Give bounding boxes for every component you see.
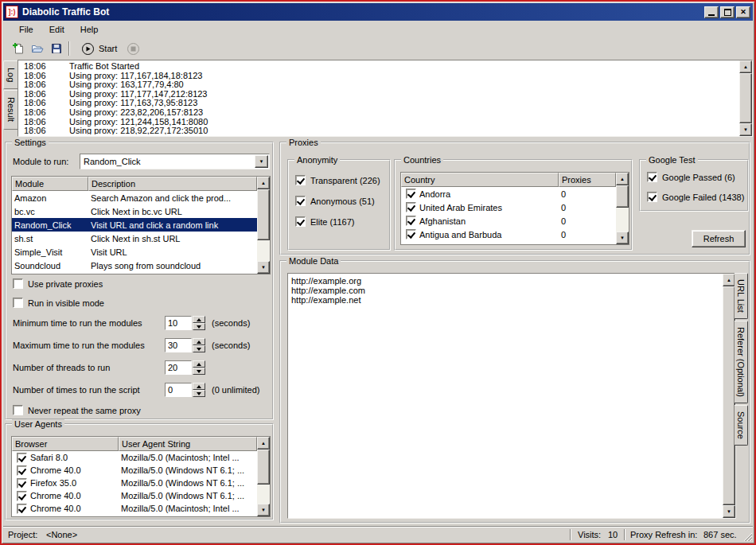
title-bar[interactable]: ]:) Diabolic Traffic Bot ✕ [3,3,753,21]
menu-item[interactable]: Help [72,22,107,37]
spinner-up-button[interactable] [193,383,205,390]
country-row[interactable]: Antigua and Barbuda 0 [401,228,616,241]
column-header-country[interactable]: Country [401,173,559,187]
anonymity-items: Transparent (226) Anonymous (51) Elite (… [295,175,380,237]
spinner-down-button[interactable] [193,323,205,330]
module-row[interactable]: Simple_Visit Visit URL [12,245,257,259]
maximize-button[interactable] [720,6,735,18]
scroll-thumb[interactable] [257,450,270,485]
refresh-button[interactable]: Refresh [692,230,746,247]
spinner-input[interactable]: 10 [165,316,192,330]
column-header-browser[interactable]: Browser [12,437,119,451]
new-button[interactable] [9,39,28,58]
module-data-tab[interactable]: URL List [735,273,748,319]
project-label: Project: [8,530,37,539]
module-data-scrollbar[interactable]: ▲ ▼ [723,274,735,518]
checkbox-icon[interactable] [406,216,416,226]
checkbox-icon[interactable] [17,491,27,501]
spinner-down-button[interactable] [193,345,205,352]
checkbox-icon[interactable] [406,202,416,212]
log-scrollbar[interactable]: ▲ ▼ [739,60,752,136]
spinner-down-button[interactable] [193,368,205,375]
log-tab-label: Result [6,97,16,122]
resize-grip[interactable] [742,531,752,541]
run-in-visible-mode-checkbox[interactable]: Run in visible mode [13,298,104,308]
column-header-ua-string[interactable]: User Agent String [119,437,257,451]
menu-item[interactable]: File [11,22,41,37]
scroll-up-button[interactable]: ▲ [257,177,270,189]
module-select[interactable]: Random_Click ▼ [80,154,270,169]
checkbox-icon[interactable] [17,453,27,463]
scroll-down-button[interactable]: ▼ [257,504,270,516]
log-output[interactable]: 18:06 Traffic Bot Started 18:06 Using pr… [18,60,753,137]
spinner-up-button[interactable] [193,360,205,368]
user-agent-row[interactable]: Chrome 40.0 Mozilla/5.0 (Windows NT 6.1;… [12,464,257,477]
combo-dropdown-button[interactable]: ▼ [255,155,268,168]
spinner-input[interactable]: 30 [165,338,192,352]
stop-button[interactable] [123,39,142,58]
scroll-thumb[interactable] [616,185,629,208]
module-row[interactable]: Soundcloud Plays song from soundcloud [12,259,257,272]
module-data-textarea[interactable]: http://example.orghttp://example.comhttp… [287,273,736,519]
scroll-down-button[interactable]: ▼ [616,232,629,244]
module-table-scrollbar[interactable]: ▲ ▼ [257,177,270,274]
menu-item[interactable]: Edit [41,22,72,37]
spinner-label: Minimum time to run the modules [13,318,165,328]
module-row[interactable]: sh.st Click Next in sh.st URL [12,232,257,245]
spinner-input[interactable]: 0 [165,383,192,397]
anonymity-checkbox[interactable]: Elite (1167) [295,216,380,227]
scroll-up-button[interactable]: ▲ [257,437,270,450]
scroll-up-button[interactable]: ▲ [723,274,735,286]
scroll-thumb[interactable] [723,286,735,505]
never-repeat-proxy-checkbox[interactable]: Never repeat the same proxy [13,405,141,415]
open-button[interactable] [28,39,47,58]
column-header-description[interactable]: Description [88,177,257,191]
google-test-checkbox[interactable]: Google Failed (1438) [647,192,744,202]
start-button[interactable]: Start [75,40,123,58]
module-row[interactable]: bc.vc Click Next in bc.vc URL [12,204,257,218]
country-row[interactable]: Afghanistan 0 [401,214,616,228]
scroll-down-button[interactable]: ▼ [257,261,270,274]
user-agent-row[interactable]: Chrome 40.0 Mozilla/5.0 (Windows NT 6.1;… [12,489,257,502]
user-agent-row[interactable]: Safari 8.0 Mozilla/5.0 (Macintosh; Intel… [12,451,257,464]
spinner-up-button[interactable] [193,338,205,345]
module-row[interactable]: Random_Click Visit URL and click a rando… [12,218,257,232]
country-row[interactable]: United Arab Emirates 0 [401,200,616,214]
checkbox-icon[interactable] [17,478,27,489]
scroll-thumb[interactable] [257,189,270,240]
column-header-module[interactable]: Module [12,177,88,191]
scroll-down-button[interactable]: ▼ [739,123,752,136]
user-agent-row[interactable]: Chrome 40.0 Mozilla/5.0 (Macintosh; Inte… [12,502,257,515]
module-data-tab[interactable]: Source [735,405,748,446]
module-row[interactable]: Amazon Search Amazon and click the prod.… [12,191,257,204]
proxies-count-cell: 0 [559,189,616,199]
scroll-up-button[interactable]: ▲ [616,173,629,185]
checkbox-icon[interactable] [17,504,27,514]
save-button[interactable] [47,39,66,58]
use-private-proxies-checkbox[interactable]: Use private proxies [13,278,103,289]
column-header-proxies[interactable]: Proxies [559,173,616,187]
scroll-thumb[interactable] [739,73,752,123]
user-agents-scrollbar[interactable]: ▲ ▼ [257,437,270,516]
spinner-up-button[interactable] [193,316,205,323]
user-agent-row[interactable]: Firefox 35.0 Mozilla/5.0 (Windows NT 6.1… [12,477,257,489]
start-label: Start [99,44,117,53]
minimize-button[interactable] [704,6,719,18]
log-tab[interactable]: Result [3,90,18,129]
anonymity-checkbox[interactable]: Transparent (226) [295,175,380,185]
countries-scrollbar[interactable]: ▲ ▼ [616,173,629,244]
country-row[interactable]: Andorra 0 [401,187,616,200]
module-data-tab[interactable]: Referer (Optional) [735,321,748,403]
close-button[interactable]: ✕ [736,6,750,18]
checkbox-icon[interactable] [406,229,416,239]
spinner-input[interactable]: 20 [165,360,192,375]
checkbox-icon[interactable] [406,189,416,199]
scroll-down-button[interactable]: ▼ [723,505,735,518]
scroll-up-button[interactable]: ▲ [739,60,752,73]
log-tab[interactable]: Log [3,60,18,89]
google-test-checkbox[interactable]: Google Passed (6) [647,172,744,182]
spinner-down-button[interactable] [193,390,205,397]
checkbox-icon[interactable] [17,465,27,476]
anonymity-checkbox[interactable]: Anonymous (51) [295,196,380,206]
checkbox-label: Use private proxies [28,279,103,289]
